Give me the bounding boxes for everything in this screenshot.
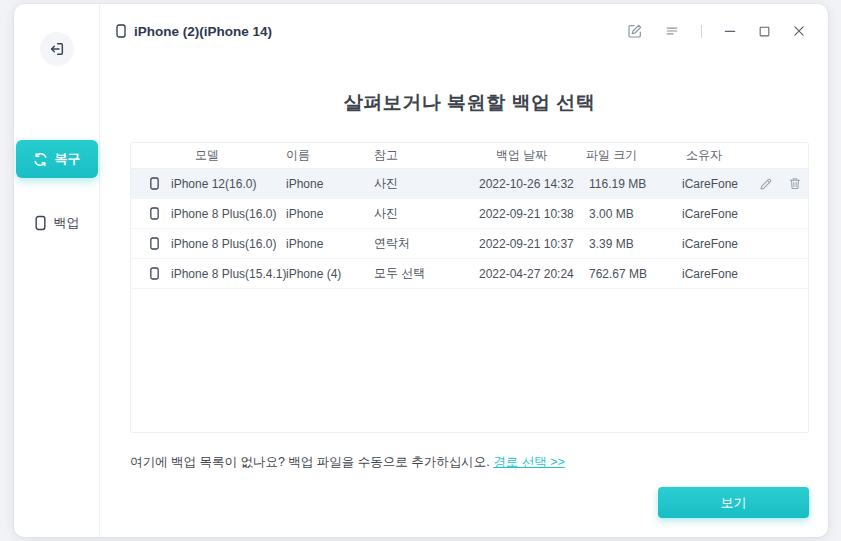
app-window: 복구 백업 iPhone (2)(iPhone 14) — [14, 4, 828, 537]
sidebar-item-label: 복구 — [55, 150, 81, 168]
hint-text: 여기에 백업 목록이 없나요? 백업 파일을 수동으로 추가하십시오. — [130, 455, 490, 469]
cell-date: 2022-09-21 10:38 — [472, 207, 572, 221]
titlebar: iPhone (2)(iPhone 14) — [100, 4, 828, 58]
cell-note: 사진 — [362, 205, 472, 222]
restore-refresh-icon — [33, 152, 48, 167]
cell-model: iPhone 8 Plus(16.0) — [167, 237, 272, 251]
cell-date: 2022-09-21 10:37 — [472, 237, 572, 251]
view-button[interactable]: 보기 — [658, 487, 809, 518]
column-header: 이름 — [272, 147, 362, 164]
phone-icon — [115, 23, 127, 39]
select-path-link[interactable]: 경로 선택 >> — [493, 455, 565, 469]
cell-owner: iCareFone — [662, 237, 752, 251]
cell-date: 2022-10-26 14:32 — [472, 177, 572, 191]
menu-icon[interactable] — [664, 24, 680, 38]
cell-name: iPhone — [272, 207, 362, 221]
maximize-icon[interactable] — [758, 25, 771, 38]
feedback-edit-icon[interactable] — [627, 23, 643, 39]
cell-name: iPhone — [272, 237, 362, 251]
table-row[interactable]: iPhone 8 Plus(16.0) iPhone 연락처 2022-09-2… — [131, 229, 808, 259]
footer-actions: 보기 — [130, 487, 809, 518]
close-icon[interactable] — [792, 24, 806, 38]
column-header: 백업 날짜 — [472, 147, 572, 164]
exit-icon — [49, 41, 65, 57]
device-label: iPhone (2)(iPhone 14) — [134, 24, 272, 39]
page-title: 살펴보거나 복원할 백업 선택 — [130, 90, 809, 116]
row-device-cell — [131, 176, 167, 191]
row-device-cell — [131, 266, 167, 281]
cell-size: 3.00 MB — [572, 207, 662, 221]
table-row[interactable]: iPhone 8 Plus(15.4.1) iPhone (4) 모두 선택 2… — [131, 259, 808, 289]
column-header: 소유자 — [662, 147, 752, 164]
cell-owner: iCareFone — [662, 177, 752, 191]
sidebar-nav: 복구 백업 — [14, 140, 99, 232]
phone-icon — [149, 176, 160, 191]
controls-separator — [701, 25, 702, 38]
sidebar: 복구 백업 — [14, 4, 100, 537]
cell-model: iPhone 12(16.0) — [167, 177, 272, 191]
phone-icon — [34, 215, 47, 231]
table-row[interactable]: iPhone 8 Plus(16.0) iPhone 사진 2022-09-21… — [131, 199, 808, 229]
column-header: 파일 크기 — [572, 147, 662, 164]
column-header: 모델 — [167, 147, 272, 164]
phone-icon — [149, 206, 160, 221]
table-body: iPhone 12(16.0) iPhone 사진 2022-10-26 14:… — [131, 169, 808, 289]
phone-icon — [149, 236, 160, 251]
sidebar-item-restore[interactable]: 복구 — [16, 140, 98, 178]
cell-size: 762.67 MB — [572, 267, 662, 281]
hint-line: 여기에 백업 목록이 없나요? 백업 파일을 수동으로 추가하십시오. 경로 선… — [130, 454, 809, 471]
edit-icon[interactable] — [759, 177, 773, 191]
cell-size: 3.39 MB — [572, 237, 662, 251]
cell-actions — [752, 176, 808, 191]
cell-note: 사진 — [362, 175, 472, 192]
connected-device: iPhone (2)(iPhone 14) — [115, 23, 272, 39]
cell-model: iPhone 8 Plus(15.4.1) — [167, 267, 272, 281]
phone-icon — [149, 266, 160, 281]
cell-owner: iCareFone — [662, 207, 752, 221]
row-device-cell — [131, 236, 167, 251]
cell-name: iPhone — [272, 177, 362, 191]
row-device-cell — [131, 206, 167, 221]
sidebar-item-label: 백업 — [54, 214, 80, 232]
sidebar-item-backup[interactable]: 백업 — [34, 214, 80, 232]
backup-table: 모델이름참고백업 날짜파일 크기소유자 iPhone 12(16.0) iPho… — [130, 142, 809, 433]
content-area: 살펴보거나 복원할 백업 선택 모델이름참고백업 날짜파일 크기소유자 iPho… — [100, 58, 828, 537]
table-header-row: 모델이름참고백업 날짜파일 크기소유자 — [131, 143, 808, 169]
window-controls — [627, 23, 806, 39]
cell-note: 연락처 — [362, 235, 472, 252]
column-header: 참고 — [362, 147, 472, 164]
minimize-icon[interactable] — [723, 24, 737, 38]
cell-date: 2022-04-27 20:24 — [472, 267, 572, 281]
table-row[interactable]: iPhone 12(16.0) iPhone 사진 2022-10-26 14:… — [131, 169, 808, 199]
delete-icon[interactable] — [788, 176, 802, 191]
cell-owner: iCareFone — [662, 267, 752, 281]
cell-model: iPhone 8 Plus(16.0) — [167, 207, 272, 221]
cell-name: iPhone (4) — [272, 267, 362, 281]
back-button[interactable] — [40, 32, 74, 66]
main-panel: iPhone (2)(iPhone 14) — [100, 4, 828, 537]
cell-note: 모두 선택 — [362, 265, 472, 282]
cell-size: 116.19 MB — [572, 177, 662, 191]
